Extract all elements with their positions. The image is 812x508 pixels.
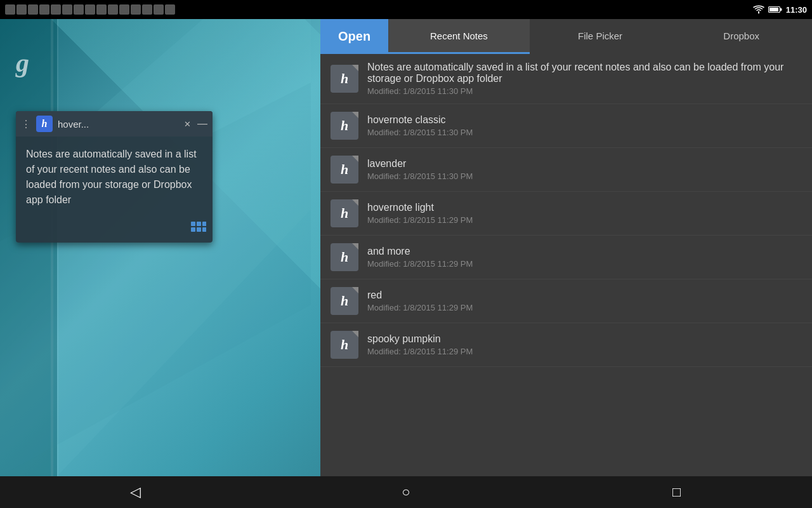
note-modified: Modified: 1/8/2015 11:29 PM bbox=[367, 303, 802, 312]
battery-icon bbox=[768, 6, 782, 13]
svg-rect-7 bbox=[191, 222, 195, 226]
note-modified: Modified: 1/8/2015 11:29 PM bbox=[367, 215, 802, 225]
google-icon: g bbox=[16, 48, 48, 79]
note-list-item[interactable]: h red Modified: 1/8/2015 11:29 PM bbox=[320, 279, 812, 323]
widget-body-text: Notes are automatically saved in a list … bbox=[26, 149, 197, 205]
svg-rect-10 bbox=[191, 227, 195, 232]
svg-rect-12 bbox=[202, 227, 206, 232]
widget-app-icon: h bbox=[36, 116, 53, 132]
open-button[interactable]: Open bbox=[320, 19, 388, 54]
home-button[interactable]: ○ bbox=[387, 479, 425, 505]
widget-collapse-button[interactable]: ✕ bbox=[184, 119, 191, 129]
tab-recent-notes[interactable]: Recent Notes bbox=[388, 19, 530, 54]
tabs-container: Recent Notes File Picker Dropbox bbox=[388, 19, 812, 54]
recent-button[interactable]: □ bbox=[658, 479, 696, 505]
note-name: lavender bbox=[367, 158, 802, 170]
note-modified: Modified: 1/8/2015 11:29 PM bbox=[367, 259, 802, 269]
note-info: hovernote light Modified: 1/8/2015 11:29… bbox=[367, 202, 802, 225]
widget-title: hover... bbox=[58, 119, 179, 130]
tab-file-picker[interactable]: File Picker bbox=[530, 19, 671, 54]
note-list-item[interactable]: h hovernote light Modified: 1/8/2015 11:… bbox=[320, 192, 812, 236]
note-list-item[interactable]: h and more Modified: 1/8/2015 11:29 PM bbox=[320, 236, 812, 279]
note-name: hovernote classic bbox=[367, 114, 802, 126]
widget-body: Notes are automatically saved in a list … bbox=[16, 137, 213, 219]
note-modified: Modified: 1/8/2015 11:30 PM bbox=[367, 128, 802, 137]
note-info: red Modified: 1/8/2015 11:29 PM bbox=[367, 290, 802, 312]
note-info: Notes are automatically saved in a list … bbox=[367, 62, 802, 96]
floating-widget: ⋮ h hover... ✕ — Notes are automatically… bbox=[16, 111, 213, 243]
widget-header: ⋮ h hover... ✕ — bbox=[16, 111, 213, 137]
svg-rect-1 bbox=[769, 8, 778, 11]
widget-minimize-button[interactable]: — bbox=[197, 118, 207, 130]
note-list-item[interactable]: h spooky pumpkin Modified: 1/8/2015 11:2… bbox=[320, 323, 812, 367]
note-icon: h bbox=[331, 287, 358, 315]
note-icon: h bbox=[331, 65, 358, 93]
svg-rect-2 bbox=[780, 8, 782, 11]
note-name: spooky pumpkin bbox=[367, 333, 802, 345]
back-button[interactable]: ◁ bbox=[116, 479, 154, 505]
note-icon: h bbox=[331, 199, 358, 227]
note-info: lavender Modified: 1/8/2015 11:30 PM bbox=[367, 158, 802, 181]
widget-dots-icon bbox=[191, 222, 206, 237]
svg-rect-9 bbox=[202, 222, 206, 226]
open-panel: Open Recent Notes File Picker Dropbox h bbox=[320, 19, 812, 476]
note-name: hovernote light bbox=[367, 202, 802, 213]
note-modified: Modified: 1/8/2015 11:29 PM bbox=[367, 347, 802, 356]
note-list-item[interactable]: h Notes are automatically saved in a lis… bbox=[320, 54, 812, 104]
widget-drag-handle[interactable]: ⋮ bbox=[21, 118, 31, 130]
svg-rect-8 bbox=[197, 222, 201, 226]
note-modified: Modified: 1/8/2015 11:30 PM bbox=[367, 171, 802, 181]
tab-dropbox[interactable]: Dropbox bbox=[671, 19, 812, 54]
note-name: red bbox=[367, 290, 802, 301]
widget-footer bbox=[16, 219, 213, 243]
note-name: Notes are automatically saved in a list … bbox=[367, 62, 802, 84]
note-list-item[interactable]: h hovernote classic Modified: 1/8/2015 1… bbox=[320, 104, 812, 148]
note-icon: h bbox=[331, 243, 358, 271]
note-name: and more bbox=[367, 246, 802, 257]
status-bar: 11:30 bbox=[0, 0, 812, 19]
wifi-icon bbox=[753, 5, 764, 14]
note-icon: h bbox=[331, 112, 358, 140]
open-panel-header: Open Recent Notes File Picker Dropbox bbox=[320, 19, 812, 54]
nav-bar: ◁ ○ □ bbox=[0, 476, 812, 508]
svg-rect-11 bbox=[197, 227, 201, 232]
status-time: 11:30 bbox=[786, 5, 807, 15]
notes-list[interactable]: h Notes are automatically saved in a lis… bbox=[320, 54, 812, 476]
note-list-item[interactable]: h lavender Modified: 1/8/2015 11:30 PM bbox=[320, 148, 812, 192]
note-info: hovernote classic Modified: 1/8/2015 11:… bbox=[367, 114, 802, 137]
note-info: spooky pumpkin Modified: 1/8/2015 11:29 … bbox=[367, 333, 802, 356]
note-modified: Modified: 1/8/2015 11:30 PM bbox=[367, 86, 802, 96]
note-info: and more Modified: 1/8/2015 11:29 PM bbox=[367, 246, 802, 269]
note-icon: h bbox=[331, 156, 358, 184]
note-icon: h bbox=[331, 331, 358, 359]
widget-controls: ✕ — bbox=[184, 118, 207, 130]
